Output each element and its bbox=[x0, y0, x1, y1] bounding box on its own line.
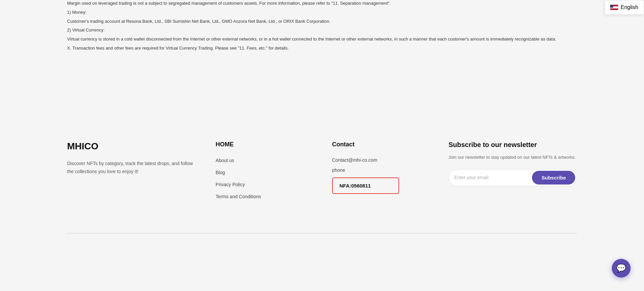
brand-name: MHICO bbox=[67, 141, 196, 152]
legal-text-section: Margin used on leveraged trading is not … bbox=[67, 0, 577, 61]
footer-newsletter-col: Subscribe to our newsletter Join our new… bbox=[448, 141, 577, 200]
terms-link[interactable]: Terms and Conditions bbox=[216, 194, 261, 199]
footer-brand-col: MHICO Discover NFTs by category, track t… bbox=[67, 141, 196, 200]
contact-phone: phone bbox=[332, 167, 428, 173]
blog-link[interactable]: Blog bbox=[216, 170, 225, 175]
newsletter-form: Subscribe bbox=[448, 169, 577, 186]
about-us-link[interactable]: About us bbox=[216, 158, 234, 163]
flag-icon bbox=[610, 5, 618, 10]
subscribe-button[interactable]: Subscribe bbox=[532, 171, 575, 185]
legal-line-2: 1) Money: bbox=[67, 9, 577, 16]
footer-contact-col: Contact Contact@mhi-co.com phone NFA:056… bbox=[332, 141, 428, 200]
legal-line-3: Customer's trading account at Resona Ban… bbox=[67, 18, 577, 25]
list-item: About us bbox=[216, 157, 312, 163]
brand-description: Discover NFTs by category, track the lat… bbox=[67, 160, 196, 176]
list-item: Privacy Policy bbox=[216, 181, 312, 188]
footer-home-col: HOME About us Blog Privacy Policy Terms … bbox=[216, 141, 312, 200]
home-col-title: HOME bbox=[216, 141, 312, 148]
legal-line-1: Margin used on leveraged trading is not … bbox=[67, 0, 577, 7]
contact-col-title: Contact bbox=[332, 141, 428, 148]
email-input[interactable] bbox=[454, 171, 532, 184]
footer-divider bbox=[67, 233, 577, 233]
newsletter-description: Join our newsletter to stay updated on o… bbox=[448, 154, 577, 161]
chat-icon: 💬 bbox=[616, 264, 626, 273]
footer: MHICO Discover NFTs by category, track t… bbox=[0, 121, 644, 233]
language-label: English bbox=[621, 4, 638, 10]
privacy-policy-link[interactable]: Privacy Policy bbox=[216, 182, 245, 187]
content-spacer bbox=[67, 61, 577, 121]
footer-grid: MHICO Discover NFTs by category, track t… bbox=[67, 141, 577, 200]
list-item: Terms and Conditions bbox=[216, 194, 312, 200]
legal-line-4: 2) Virtual Currency: bbox=[67, 27, 577, 34]
legal-line-6: X. Transaction fees and other fees are r… bbox=[67, 45, 577, 52]
contact-email: Contact@mhi-co.com bbox=[332, 157, 428, 163]
language-selector[interactable]: English bbox=[604, 0, 644, 15]
home-links-list: About us Blog Privacy Policy Terms and C… bbox=[216, 157, 312, 200]
legal-line-5: Virtual currency is stored in a cold wal… bbox=[67, 36, 577, 43]
newsletter-title: Subscribe to our newsletter bbox=[448, 141, 577, 149]
nfa-number: NFA:0560811 bbox=[332, 177, 399, 194]
main-content: Margin used on leveraged trading is not … bbox=[0, 0, 644, 121]
chat-bubble[interactable]: 💬 bbox=[612, 259, 631, 278]
list-item: Blog bbox=[216, 169, 312, 175]
